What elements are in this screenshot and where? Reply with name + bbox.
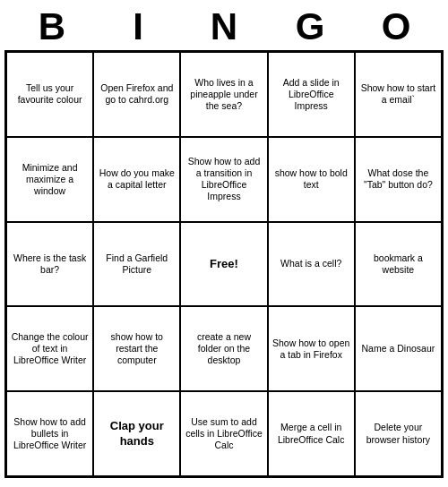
bingo-cell-21[interactable]: Clap your hands: [93, 391, 180, 476]
bingo-cell-23[interactable]: Merge a cell in LibreOffice Calc: [268, 391, 355, 476]
bingo-cell-4[interactable]: Show how to start a email`: [355, 52, 442, 137]
bingo-cell-16[interactable]: show how to restart the computer: [93, 306, 180, 391]
bingo-cell-15[interactable]: Change the colour of text in LibreOffice…: [6, 306, 93, 391]
bingo-cell-19[interactable]: Name a Dinosaur: [355, 306, 442, 391]
bingo-header: B I N G O: [9, 0, 439, 50]
bingo-cell-24[interactable]: Delete your browser history: [355, 391, 442, 476]
letter-o: O: [357, 5, 435, 48]
bingo-grid: Tell us your favourite colourOpen Firefo…: [4, 50, 444, 478]
bingo-cell-1[interactable]: Open Firefox and go to cahrd.org: [93, 52, 180, 137]
bingo-cell-8[interactable]: show how to bold text: [268, 137, 355, 222]
letter-g: G: [271, 5, 349, 48]
bingo-cell-22[interactable]: Use sum to add cells in LibreOffice Calc: [180, 391, 267, 476]
bingo-cell-3[interactable]: Add a slide in LibreOffice Impress: [268, 52, 355, 137]
letter-b: B: [13, 5, 91, 48]
letter-i: I: [99, 5, 177, 48]
bingo-cell-9[interactable]: What dose the "Tab" button do?: [355, 137, 442, 222]
bingo-cell-11[interactable]: Find a Garfield Picture: [93, 222, 180, 307]
bingo-cell-13[interactable]: What is a cell?: [268, 222, 355, 307]
letter-n: N: [185, 5, 263, 48]
bingo-cell-14[interactable]: bookmark a website: [355, 222, 442, 307]
bingo-cell-6[interactable]: How do you make a capital letter: [93, 137, 180, 222]
bingo-cell-10[interactable]: Where is the task bar?: [6, 222, 93, 307]
bingo-cell-18[interactable]: Show how to open a tab in Firefox: [268, 306, 355, 391]
bingo-cell-2[interactable]: Who lives in a pineapple under the sea?: [180, 52, 267, 137]
bingo-cell-0[interactable]: Tell us your favourite colour: [6, 52, 93, 137]
bingo-cell-5[interactable]: Minimize and maximize a window: [6, 137, 93, 222]
bingo-cell-20[interactable]: Show how to add bullets in LibreOffice W…: [6, 391, 93, 476]
bingo-cell-7[interactable]: Show how to add a transition in LibreOff…: [180, 137, 267, 222]
bingo-cell-17[interactable]: create a new folder on the desktop: [180, 306, 267, 391]
bingo-cell-12[interactable]: Free!: [180, 222, 267, 307]
